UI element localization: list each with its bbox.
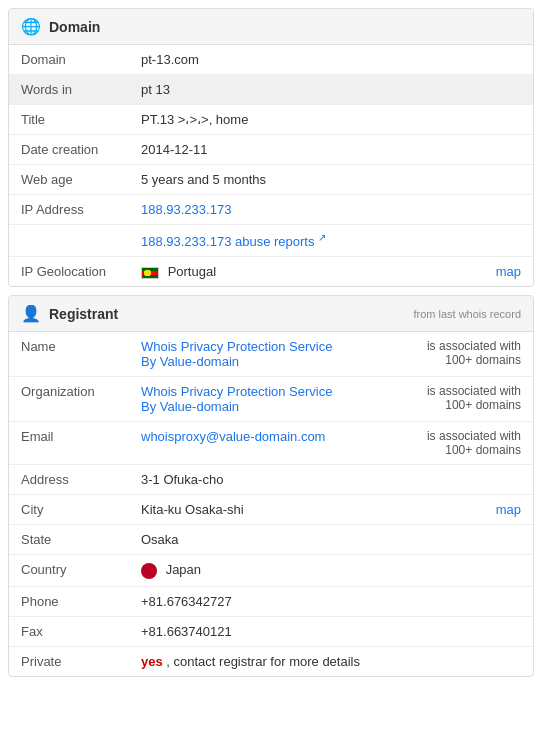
value-city: Kita-ku Osaka-shi map bbox=[129, 495, 533, 525]
registrant-header: 👤 Registrant from last whois record bbox=[9, 296, 533, 332]
table-row: Fax +81.663740121 bbox=[9, 616, 533, 646]
map-link[interactable]: map bbox=[496, 264, 521, 279]
private-yes: yes bbox=[141, 654, 163, 669]
email-link[interactable]: whoisproxy@value-domain.com bbox=[141, 429, 325, 444]
abuse-reports-link[interactable]: 188.93.233.173 abuse reports ↗ bbox=[141, 234, 326, 249]
name-link[interactable]: Whois Privacy Protection Service bbox=[141, 339, 332, 354]
country-name: Portugal bbox=[168, 264, 216, 279]
table-row: IP Address 188.93.233.173 bbox=[9, 195, 533, 225]
domain-table: Domain pt-13.com Words in pt 13 Title PT… bbox=[9, 45, 533, 286]
domain-icon: 🌐 bbox=[21, 17, 41, 36]
table-row: Title PT.13 >،>،>, home bbox=[9, 105, 533, 135]
table-row: Date creation 2014-12-11 bbox=[9, 135, 533, 165]
registrant-title: Registrant bbox=[49, 306, 118, 322]
table-row: Organization Whois Privacy Protection Se… bbox=[9, 377, 533, 422]
table-row: State Osaka bbox=[9, 525, 533, 555]
value-organization: Whois Privacy Protection Service By Valu… bbox=[129, 377, 533, 422]
name-link-2[interactable]: By Value-domain bbox=[141, 354, 239, 369]
label-words-in: Words in bbox=[9, 75, 129, 105]
domain-title: Domain bbox=[49, 19, 100, 35]
domain-header: 🌐 Domain bbox=[9, 9, 533, 45]
table-row: Phone +81.676342727 bbox=[9, 586, 533, 616]
table-row: Private yes , contact registrar for more… bbox=[9, 646, 533, 676]
label-ip-address: IP Address bbox=[9, 195, 129, 225]
label-private: Private bbox=[9, 646, 129, 676]
table-row: Words in pt 13 bbox=[9, 75, 533, 105]
label-country: Country bbox=[9, 555, 129, 587]
registrant-table: Name Whois Privacy Protection Service By… bbox=[9, 332, 533, 676]
org-link-2[interactable]: By Value-domain bbox=[141, 399, 239, 414]
label-email: Email bbox=[9, 422, 129, 465]
label-state: State bbox=[9, 525, 129, 555]
value-private: yes , contact registrar for more details bbox=[129, 646, 533, 676]
value-title: PT.13 >،>،>, home bbox=[129, 105, 533, 135]
org-associated: is associated with100+ domains bbox=[411, 384, 521, 412]
value-phone: +81.676342727 bbox=[129, 586, 533, 616]
table-row: Web age 5 years and 5 months bbox=[9, 165, 533, 195]
country-value: Japan bbox=[166, 562, 201, 577]
table-row: IP Geolocation Portugal map bbox=[9, 257, 533, 287]
value-address: 3-1 Ofuka-cho bbox=[129, 465, 533, 495]
city-map-link[interactable]: map bbox=[496, 502, 521, 517]
registrant-section: 👤 Registrant from last whois record Name… bbox=[8, 295, 534, 677]
table-row: Domain pt-13.com bbox=[9, 45, 533, 75]
label-city: City bbox=[9, 495, 129, 525]
value-ip-address[interactable]: 188.93.233.173 bbox=[129, 195, 533, 225]
value-abuse-reports[interactable]: 188.93.233.173 abuse reports ↗ bbox=[129, 225, 533, 257]
label-title: Title bbox=[9, 105, 129, 135]
from-record-label: from last whois record bbox=[413, 308, 521, 320]
value-email: whoisproxy@value-domain.com is associate… bbox=[129, 422, 533, 465]
value-name: Whois Privacy Protection Service By Valu… bbox=[129, 332, 533, 377]
label-web-age: Web age bbox=[9, 165, 129, 195]
registrant-icon: 👤 bbox=[21, 304, 41, 323]
domain-section: 🌐 Domain Domain pt-13.com Words in pt 13… bbox=[8, 8, 534, 287]
name-associated: is associated with100+ domains bbox=[411, 339, 521, 367]
external-link-icon: ↗ bbox=[318, 232, 326, 243]
table-row: Country Japan bbox=[9, 555, 533, 587]
japan-flag bbox=[141, 563, 157, 579]
label-domain: Domain bbox=[9, 45, 129, 75]
email-associated: is associated with100+ domains bbox=[411, 429, 521, 457]
value-domain: pt-13.com bbox=[129, 45, 533, 75]
label-empty bbox=[9, 225, 129, 257]
value-date-creation: 2014-12-11 bbox=[129, 135, 533, 165]
org-link[interactable]: Whois Privacy Protection Service bbox=[141, 384, 332, 399]
label-name: Name bbox=[9, 332, 129, 377]
label-phone: Phone bbox=[9, 586, 129, 616]
value-web-age: 5 years and 5 months bbox=[129, 165, 533, 195]
label-fax: Fax bbox=[9, 616, 129, 646]
geolocation-value: Portugal bbox=[141, 264, 216, 279]
table-row: 188.93.233.173 abuse reports ↗ bbox=[9, 225, 533, 257]
value-fax: +81.663740121 bbox=[129, 616, 533, 646]
value-state: Osaka bbox=[129, 525, 533, 555]
label-organization: Organization bbox=[9, 377, 129, 422]
value-country: Japan bbox=[129, 555, 533, 587]
table-row: Address 3-1 Ofuka-cho bbox=[9, 465, 533, 495]
table-row: Email whoisproxy@value-domain.com is ass… bbox=[9, 422, 533, 465]
label-address: Address bbox=[9, 465, 129, 495]
value-words-in: pt 13 bbox=[129, 75, 533, 105]
city-value: Kita-ku Osaka-shi bbox=[141, 502, 244, 517]
portugal-flag bbox=[141, 267, 159, 279]
label-ip-geolocation: IP Geolocation bbox=[9, 257, 129, 287]
ip-address-link[interactable]: 188.93.233.173 bbox=[141, 202, 231, 217]
table-row: City Kita-ku Osaka-shi map bbox=[9, 495, 533, 525]
private-rest: , contact registrar for more details bbox=[166, 654, 360, 669]
label-date-creation: Date creation bbox=[9, 135, 129, 165]
table-row: Name Whois Privacy Protection Service By… bbox=[9, 332, 533, 377]
value-ip-geolocation: Portugal map bbox=[129, 257, 533, 287]
